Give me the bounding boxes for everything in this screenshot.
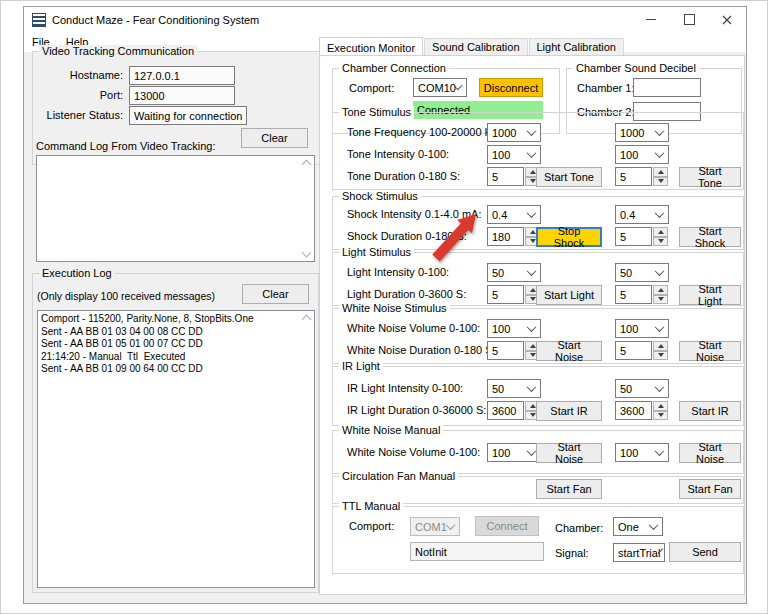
port-label: Port: bbox=[33, 89, 123, 101]
select-control[interactable]: 100 bbox=[487, 145, 541, 164]
red-arrow-annotation bbox=[424, 204, 488, 268]
start-noise-button[interactable]: Start Noise bbox=[536, 341, 602, 361]
spin-down-button[interactable] bbox=[653, 295, 668, 305]
select-control[interactable]: 0.4 bbox=[487, 205, 541, 224]
select-control[interactable]: 1000 bbox=[487, 123, 541, 142]
spinner-control[interactable]: 3600 bbox=[487, 401, 540, 420]
spinner-value[interactable]: 5 bbox=[615, 167, 652, 186]
scroll-up-icon[interactable] bbox=[302, 160, 312, 170]
execution-log-subtitle: (Only display 100 received messages) bbox=[37, 290, 215, 302]
spin-up-icon bbox=[658, 288, 664, 292]
spinner-value[interactable]: 5 bbox=[487, 341, 524, 360]
spin-down-button[interactable] bbox=[653, 351, 668, 361]
spinner-control[interactable]: 5 bbox=[615, 285, 668, 304]
stop-shock-button[interactable]: Stop Shock bbox=[536, 227, 602, 247]
spinner-control[interactable]: 5 bbox=[615, 341, 668, 360]
ttl-signal-combo[interactable]: startTrial bbox=[613, 543, 665, 562]
start-noise-button[interactable]: Start Noise bbox=[536, 443, 602, 463]
spinner-control[interactable]: 5 bbox=[487, 285, 540, 304]
start-noise-button[interactable]: Start Noise bbox=[679, 341, 741, 361]
command-log-clear-button[interactable]: Clear bbox=[241, 128, 308, 148]
chamber1-label: Chamber 1: bbox=[577, 82, 634, 94]
execution-log-textarea[interactable]: Comport - 115200, Parity.None, 8, StopBi… bbox=[37, 310, 315, 588]
execution-log-clear-button[interactable]: Clear bbox=[242, 284, 309, 304]
ttl-connect-button[interactable]: Connect bbox=[475, 516, 539, 536]
start-ir-button[interactable]: Start IR bbox=[536, 401, 602, 421]
spin-up-button[interactable] bbox=[653, 401, 668, 411]
spinner-buttons bbox=[653, 227, 668, 246]
spinner-buttons bbox=[653, 285, 668, 304]
tab-execution-monitor[interactable]: Execution Monitor bbox=[319, 37, 423, 57]
spinner-control[interactable]: 5 bbox=[487, 167, 540, 186]
select-control[interactable]: 0.4 bbox=[615, 205, 669, 224]
select-control[interactable]: 50 bbox=[615, 263, 669, 282]
select-control[interactable]: 100 bbox=[487, 443, 541, 462]
start-ir-button[interactable]: Start IR bbox=[679, 401, 741, 421]
select-control[interactable]: 100 bbox=[615, 145, 669, 164]
spinner-value[interactable]: 5 bbox=[615, 285, 652, 304]
select-control[interactable]: 50 bbox=[487, 379, 541, 398]
comport-value: COM10 bbox=[418, 82, 456, 94]
spin-up-button[interactable] bbox=[653, 341, 668, 351]
select-value: 100 bbox=[492, 149, 510, 161]
spinner-value[interactable]: 5 bbox=[487, 285, 524, 304]
section-ir-light: IR LightIR Light Intensity 0-100:5050IR … bbox=[332, 366, 744, 426]
command-log-textarea[interactable] bbox=[36, 155, 315, 262]
close-button[interactable] bbox=[708, 7, 746, 32]
spinner-value[interactable]: 5 bbox=[615, 227, 652, 246]
start-fan-button[interactable]: Start Fan bbox=[679, 479, 741, 499]
spinner-value[interactable]: 5 bbox=[487, 167, 524, 186]
listener-status-field[interactable]: Waiting for connection bbox=[129, 106, 247, 125]
row-label: White Noise Volume 0-100: bbox=[347, 322, 480, 334]
comport-combo[interactable]: COM10 bbox=[413, 78, 467, 97]
spinner-control[interactable]: 5 bbox=[615, 227, 668, 246]
spin-down-button[interactable] bbox=[653, 237, 668, 247]
select-control[interactable]: 100 bbox=[615, 443, 669, 462]
spinner-control[interactable]: 5 bbox=[487, 341, 540, 360]
start-light-button[interactable]: Start Light bbox=[536, 285, 602, 305]
spinner-value[interactable]: 5 bbox=[615, 341, 652, 360]
spinner-control[interactable]: 180 bbox=[487, 227, 540, 246]
select-control[interactable]: 100 bbox=[615, 319, 669, 338]
ttl-comport-combo[interactable]: COM1 bbox=[410, 517, 460, 536]
maximize-button[interactable] bbox=[670, 7, 708, 32]
ttl-send-button[interactable]: Send bbox=[669, 542, 741, 562]
spin-down-button[interactable] bbox=[653, 177, 668, 187]
row-label: IR Light Intensity 0-100: bbox=[347, 382, 463, 394]
ttl-chamber-combo[interactable]: One bbox=[613, 517, 663, 536]
section-title: Tone Stimulus bbox=[339, 106, 414, 118]
port-field[interactable]: 13000 bbox=[129, 86, 235, 105]
start-shock-button[interactable]: Start Shock bbox=[679, 227, 741, 247]
select-control[interactable]: 50 bbox=[487, 263, 541, 282]
hostname-field[interactable]: 127.0.0.1 bbox=[129, 66, 235, 85]
row-label: Tone Frequency 100-20000 Hz: bbox=[347, 126, 501, 138]
start-tone-button[interactable]: Start Tone bbox=[679, 167, 741, 187]
start-light-button[interactable]: Start Light bbox=[679, 285, 741, 305]
minimize-button[interactable] bbox=[632, 7, 670, 32]
disconnect-button[interactable]: Disconnect bbox=[479, 78, 543, 97]
select-control[interactable]: 50 bbox=[615, 379, 669, 398]
spin-down-button[interactable] bbox=[653, 411, 668, 421]
spin-up-button[interactable] bbox=[653, 285, 668, 295]
spin-up-button[interactable] bbox=[653, 167, 668, 177]
spinner-value[interactable]: 180 bbox=[487, 227, 524, 246]
section-title: White Noise Stimulus bbox=[339, 302, 450, 314]
tab-light-calibration[interactable]: Light Calibration bbox=[529, 38, 625, 56]
ttl-signal-value: startTrial bbox=[618, 547, 660, 559]
spin-up-icon bbox=[530, 344, 536, 348]
chamber1-decibel-field[interactable] bbox=[633, 78, 701, 97]
spinner-control[interactable]: 5 bbox=[615, 167, 668, 186]
scroll-down-icon[interactable] bbox=[302, 248, 312, 258]
spinner-value[interactable]: 3600 bbox=[615, 401, 652, 420]
select-control[interactable]: 100 bbox=[487, 319, 541, 338]
spin-up-button[interactable] bbox=[653, 227, 668, 237]
start-noise-button[interactable]: Start Noise bbox=[679, 443, 741, 463]
tab-sound-calibration[interactable]: Sound Calibration bbox=[424, 38, 527, 56]
select-control[interactable]: 1000 bbox=[615, 123, 669, 142]
select-value: 50 bbox=[492, 267, 504, 279]
spinner-value[interactable]: 3600 bbox=[487, 401, 524, 420]
spinner-control[interactable]: 3600 bbox=[615, 401, 668, 420]
start-fan-button[interactable]: Start Fan bbox=[536, 479, 602, 499]
spin-down-icon bbox=[530, 239, 536, 243]
start-tone-button[interactable]: Start Tone bbox=[536, 167, 602, 187]
